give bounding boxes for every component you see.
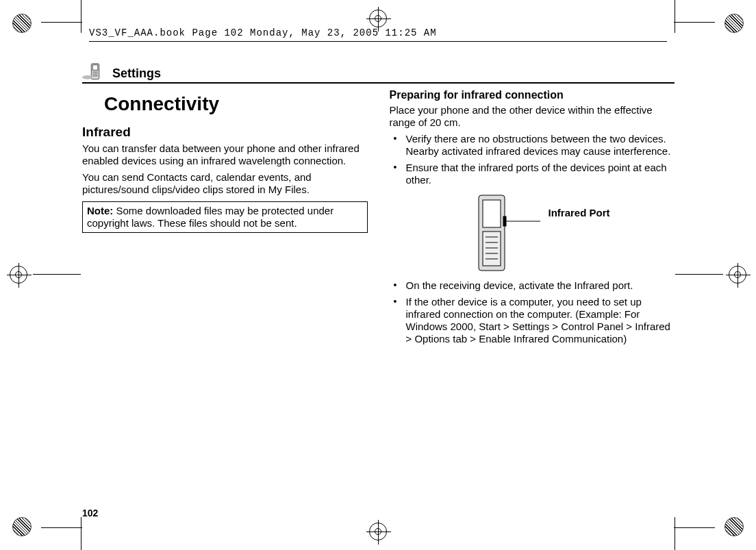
phone-icon [82, 62, 108, 81]
list-item: On the receiving device, activate the In… [390, 279, 675, 292]
page-title: Connectivity [104, 93, 368, 115]
infrared-port-label: Infrared Port [549, 207, 610, 218]
section-header: Settings [82, 62, 675, 84]
svg-rect-14 [503, 216, 506, 226]
note-body: Some downloaded files may be protected u… [87, 205, 333, 229]
crop-mark [41, 22, 82, 23]
svg-rect-1 [92, 65, 98, 71]
body-text: You can send Contacts card, calendar eve… [82, 171, 368, 196]
content-area: Settings Connectivity Infrared You can t… [82, 62, 675, 486]
crop-mark [674, 527, 715, 528]
section-title: Settings [112, 66, 161, 81]
crop-ornament-icon [12, 14, 32, 33]
running-header-text: VS3_VF_AAA.book Page 102 Monday, May 23,… [89, 27, 437, 38]
registration-icon [10, 266, 27, 284]
crop-mark [81, 517, 81, 550]
crop-mark [675, 0, 675, 33]
registration-icon [729, 266, 746, 284]
list-item: If the other device is a computer, you n… [390, 296, 675, 345]
crop-mark [33, 274, 81, 275]
registration-icon [369, 10, 387, 27]
crop-mark [41, 527, 82, 528]
list-item: Ensure that the infrared ports of the de… [390, 162, 675, 186]
crop-ornament-icon [724, 14, 744, 33]
crop-ornament-icon [12, 517, 32, 536]
page-root: VS3_VF_AAA.book Page 102 Monday, May 23,… [0, 0, 756, 550]
left-column: Connectivity Infrared You can transfer d… [82, 89, 368, 349]
crop-mark [81, 0, 81, 33]
list-item: Verify there are no obstructions between… [390, 133, 675, 158]
crop-ornament-icon [724, 517, 744, 536]
note-label: Note: [87, 205, 113, 216]
preparing-heading: Preparing for infrared connection [390, 89, 675, 101]
note-box: Note: Some downloaded files may be prote… [82, 201, 368, 233]
running-header: VS3_VF_AAA.book Page 102 Monday, May 23,… [89, 26, 667, 42]
infrared-port-figure [472, 192, 675, 274]
svg-rect-7 [483, 200, 501, 227]
crop-mark [674, 22, 715, 23]
crop-mark [675, 517, 675, 550]
body-text: Place your phone and the other device wi… [390, 104, 675, 129]
page-number: 102 [82, 508, 98, 518]
crop-mark [675, 274, 723, 275]
body-text: You can transfer data between your phone… [82, 142, 368, 167]
registration-icon [369, 523, 387, 540]
svg-point-5 [82, 75, 92, 79]
infrared-heading: Infrared [82, 125, 368, 140]
right-column: Preparing for infrared connection Place … [390, 89, 675, 349]
